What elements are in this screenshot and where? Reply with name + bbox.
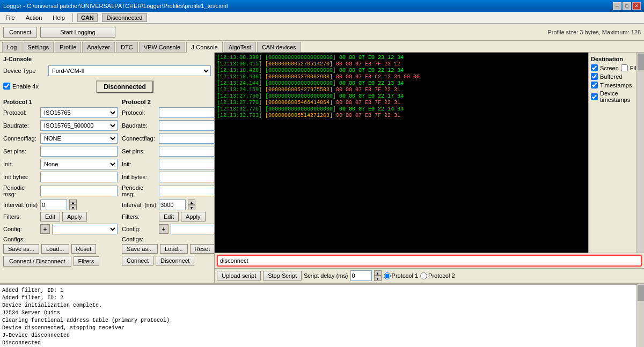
- p2-edit-button[interactable]: Edit: [159, 212, 179, 222]
- p2-load-button[interactable]: Load...: [160, 244, 188, 254]
- p1-interval-up[interactable]: ▲: [69, 200, 77, 205]
- p2-init-select[interactable]: [159, 159, 215, 169]
- p2-connectflag-select[interactable]: [159, 133, 215, 144]
- p1-save-button[interactable]: Save as...: [3, 244, 39, 254]
- protocol2-radio[interactable]: [420, 272, 427, 279]
- p1-interval-input[interactable]: [40, 200, 67, 210]
- script-delay-input[interactable]: [350, 270, 372, 281]
- p1-init-label: Init:: [3, 161, 38, 167]
- p2-baudrate-label: Baudrate:: [122, 122, 157, 129]
- p2-connect-button[interactable]: Connect: [122, 256, 153, 265]
- p1-load-button[interactable]: Load...: [41, 244, 69, 254]
- console-line: [12:13:08.415] [0000000005270514270] 00 …: [217, 61, 586, 67]
- p2-config-select[interactable]: [171, 224, 215, 234]
- p1-setpins-input[interactable]: [40, 146, 118, 157]
- protocol1-title: Protocol 1: [3, 99, 118, 105]
- p2-apply-button[interactable]: Apply: [181, 212, 206, 222]
- p2-interval-input[interactable]: [159, 200, 186, 210]
- p1-setpins-label: Set pins:: [3, 148, 38, 154]
- p2-interval-down[interactable]: ▼: [188, 205, 195, 210]
- protocol1-radio-label[interactable]: Protocol 1: [384, 272, 419, 279]
- p1-periodic-input[interactable]: [40, 186, 118, 196]
- p2-setpins-label: Set pins:: [122, 148, 157, 154]
- buffered-checkbox[interactable]: [591, 73, 598, 80]
- tab-can-devices[interactable]: CAN devices: [257, 42, 301, 52]
- p1-config-select[interactable]: [52, 224, 118, 234]
- p1-init-select[interactable]: None: [40, 159, 118, 169]
- p2-baudrate-select[interactable]: [159, 120, 215, 131]
- p1-connect-disconnect-button[interactable]: Connect / Disconnect: [3, 256, 71, 267]
- p2-protocol-select[interactable]: [159, 107, 215, 118]
- p1-baudrate-select[interactable]: ISO15765_500000: [40, 120, 118, 131]
- tab-log[interactable]: Log: [2, 42, 21, 52]
- p2-periodic-input[interactable]: [159, 186, 215, 196]
- console-output: [12:13:08.399] [00000000000000000000] 00…: [215, 53, 588, 253]
- p2-save-button[interactable]: Save as...: [122, 244, 158, 254]
- close-button[interactable]: ✕: [632, 2, 641, 10]
- screen-checkbox[interactable]: [591, 64, 598, 71]
- p1-protocol-select[interactable]: ISO15765: [40, 107, 118, 118]
- p2-initbytes-label: Init bytes:: [122, 174, 157, 180]
- console-input[interactable]: [217, 255, 642, 267]
- protocol1-radio-text: Protocol 1: [392, 272, 419, 279]
- protocol2-radio-label[interactable]: Protocol 2: [420, 272, 455, 279]
- script-delay-up[interactable]: ▲: [374, 270, 382, 276]
- connect-button[interactable]: Connect: [3, 27, 37, 38]
- p1-filters-button[interactable]: Filters: [74, 256, 99, 266]
- destination-title: Destination: [591, 56, 634, 62]
- p2-disconnect-button[interactable]: Disconnect: [156, 256, 194, 265]
- menu-action[interactable]: Action: [23, 13, 46, 22]
- tab-algotest[interactable]: AlgoTest: [224, 42, 256, 52]
- p1-protocol-label: Protocol:: [3, 109, 38, 116]
- script-controls-row: Upload script Stop Script Script delay (…: [215, 268, 644, 283]
- p2-configs-label: Configs:: [122, 236, 157, 242]
- device-timestamps-checkbox[interactable]: [591, 93, 598, 100]
- p1-connectflag-select[interactable]: NONE: [40, 133, 118, 144]
- app-title: Logger - C:\universal patcher\UNIVERSALP…: [3, 3, 228, 9]
- tab-j-console[interactable]: J-Console: [186, 42, 223, 53]
- menu-file[interactable]: File: [2, 13, 18, 22]
- tab-analyzer[interactable]: Analyzer: [82, 42, 115, 52]
- device-timestamps-label: Device timestamps: [600, 90, 634, 103]
- tab-dtc[interactable]: DTC: [116, 42, 138, 52]
- minimize-button[interactable]: ─: [613, 2, 621, 10]
- stop-script-button[interactable]: Stop Script: [263, 271, 302, 280]
- enable-4x-checkbox[interactable]: [3, 83, 10, 90]
- tab-settings[interactable]: Settings: [23, 42, 54, 52]
- tab-vpw-console[interactable]: VPW Console: [139, 42, 185, 52]
- console-line: [12:13:18.428] [00000000000000000000] 00…: [217, 68, 586, 73]
- p1-reset-button[interactable]: Reset: [71, 244, 97, 254]
- protocol1-radio[interactable]: [384, 272, 391, 279]
- jconsole-panel: J-Console Device Type Ford-VCM-II Enable…: [0, 53, 215, 283]
- disconnected-status-button[interactable]: Disconnected: [96, 80, 153, 93]
- tab-profile[interactable]: Profile: [55, 42, 81, 52]
- upload-script-button[interactable]: Upload script: [217, 271, 261, 280]
- menu-help[interactable]: Help: [49, 13, 68, 22]
- console-input-row: [215, 253, 644, 268]
- file-checkbox[interactable]: [621, 64, 628, 71]
- console-line: [12:13:18.438] [0000000005370082908] 00 …: [217, 74, 586, 80]
- device-type-select[interactable]: Ford-VCM-II: [48, 65, 211, 76]
- maximize-button[interactable]: □: [623, 2, 631, 10]
- p2-periodic-label: Periodic msg:: [122, 184, 157, 197]
- console-scrollbar[interactable]: [636, 53, 644, 253]
- p1-config-plus[interactable]: +: [40, 224, 50, 234]
- p2-setpins-input[interactable]: [159, 146, 215, 157]
- script-delay-down[interactable]: ▼: [374, 276, 382, 281]
- p2-config-plus[interactable]: +: [159, 224, 169, 234]
- p2-initbytes-input[interactable]: [159, 172, 215, 182]
- p1-apply-button[interactable]: Apply: [62, 212, 87, 222]
- p2-interval-up[interactable]: ▲: [188, 200, 195, 205]
- script-delay-label: Script delay (ms): [304, 272, 348, 279]
- console-line: [12:13:32.776] [00000000000000000000] 00…: [217, 106, 586, 112]
- p1-edit-button[interactable]: Edit: [40, 212, 60, 222]
- p2-reset-button[interactable]: Reset: [190, 244, 215, 254]
- log-line: Disconnected: [2, 339, 634, 347]
- p1-initbytes-input[interactable]: [40, 172, 118, 182]
- start-logging-button[interactable]: Start Logging: [40, 27, 115, 38]
- toolbar: Connect Start Logging Profile size: 3 by…: [0, 24, 644, 41]
- p1-interval-down[interactable]: ▼: [69, 205, 77, 210]
- timestamps-checkbox[interactable]: [591, 82, 598, 88]
- log-line: Device disconnected, stopping receiver: [2, 324, 634, 332]
- bottom-scrollbar[interactable]: [636, 284, 644, 347]
